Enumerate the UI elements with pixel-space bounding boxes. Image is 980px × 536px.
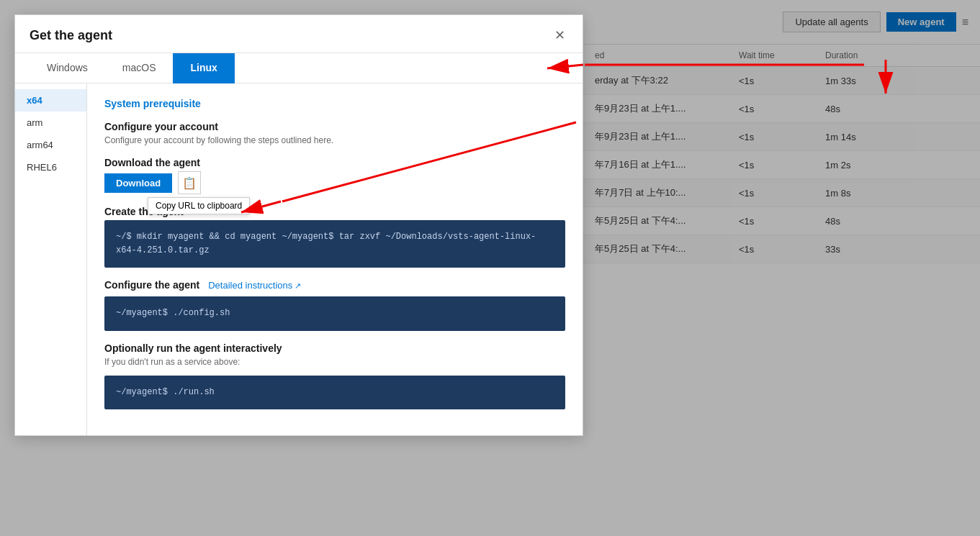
modal-title: Get the agent — [30, 28, 112, 35]
modal: Get the agent ✕ WindowsmacOSLinux✕ x64ar… — [14, 14, 583, 35]
modal-header: Get the agent ✕ — [15, 15, 583, 35]
close-button[interactable]: ✕ — [551, 27, 568, 35]
